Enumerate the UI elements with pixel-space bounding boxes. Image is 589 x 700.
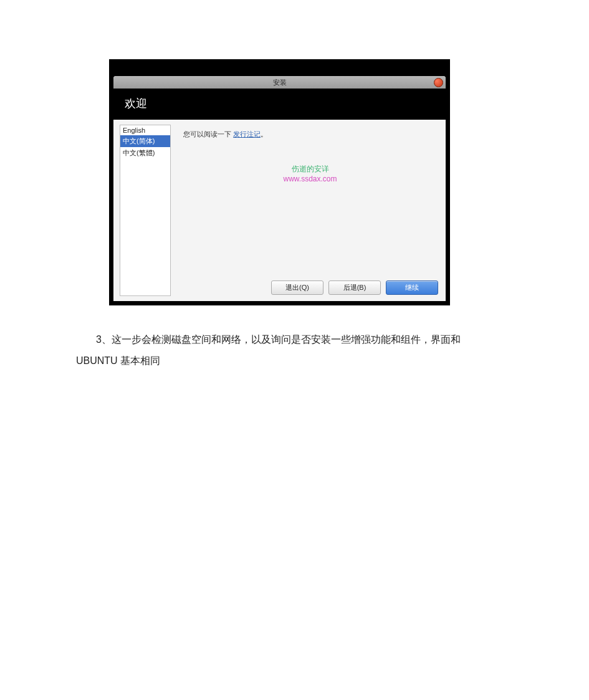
watermark-text-bottom: www.ssdax.com <box>283 175 337 185</box>
installer-body: English 中文(简体) 中文(繁體) 您可以阅读一下 发行注记。 伤逝的安… <box>113 120 446 301</box>
doc-line-1: 3、这一步会检测磁盘空间和网络，以及询问是否安装一些增强功能和组件，界面和 <box>76 329 515 350</box>
quit-button[interactable]: 退出(Q) <box>271 280 323 295</box>
window-title: 安装 <box>273 78 287 87</box>
back-button[interactable]: 后退(B) <box>328 280 381 295</box>
button-row: 退出(Q) 后退(B) 继续 <box>271 280 438 295</box>
doc-line-2: UBUNTU 基本相同 <box>76 350 515 372</box>
page-title: 欢迎 <box>113 89 446 120</box>
installer-screenshot: 安装 欢迎 English 中文(简体) 中文(繁體) 您可以阅读一下 发行注记… <box>109 59 450 305</box>
language-item-simplified-chinese[interactable]: 中文(简体) <box>120 135 170 147</box>
language-item-english[interactable]: English <box>120 125 170 135</box>
window-titlebar: 安装 <box>113 76 446 89</box>
continue-button[interactable]: 继续 <box>386 280 438 295</box>
release-notes-prefix: 您可以阅读一下 <box>183 130 233 138</box>
watermark-text-top: 伤逝的安详 <box>283 165 337 175</box>
document-paragraph: 3、这一步会检测磁盘空间和网络，以及询问是否安装一些增强功能和组件，界面和 UB… <box>76 329 515 372</box>
installer-window: 安装 欢迎 English 中文(简体) 中文(繁體) 您可以阅读一下 发行注记… <box>113 76 446 301</box>
language-list[interactable]: English 中文(简体) 中文(繁體) <box>120 125 171 296</box>
release-notes-suffix: 。 <box>261 130 267 138</box>
release-notes-link[interactable]: 发行注记 <box>233 130 261 138</box>
watermark: 伤逝的安详 www.ssdax.com <box>283 165 337 184</box>
language-item-traditional-chinese[interactable]: 中文(繁體) <box>120 147 170 159</box>
close-icon[interactable] <box>434 78 443 87</box>
installer-content: 您可以阅读一下 发行注记。 伤逝的安详 www.ssdax.com 退出(Q) … <box>175 120 446 301</box>
